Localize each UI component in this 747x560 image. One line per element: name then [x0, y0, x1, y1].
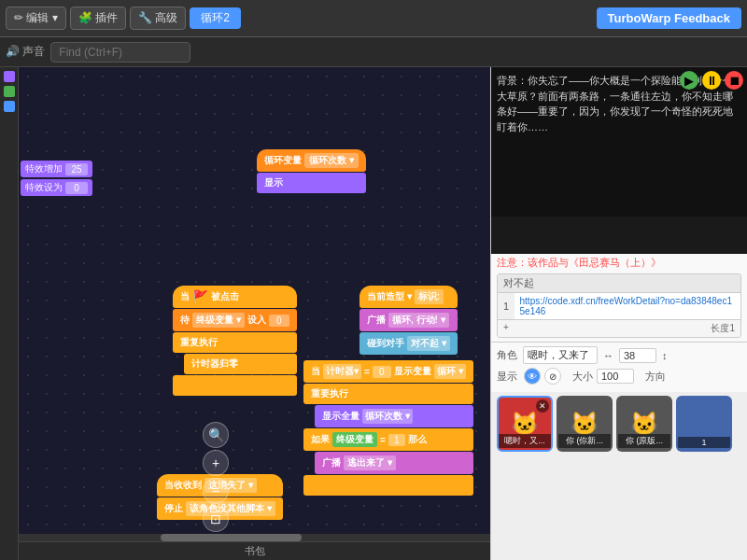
loop-tab[interactable]: 循环2 — [190, 7, 241, 29]
effect-add-input[interactable] — [65, 163, 88, 175]
sprite-toggles: 显示 👁 ⊘ 大小 100 方向 — [497, 368, 741, 385]
costume-event-block[interactable]: 当前造型 ▾ 标识: — [359, 286, 458, 308]
show-loops-block[interactable]: 显示全量 循环次数 ▾ — [315, 405, 473, 427]
sprite-thumb-2[interactable]: 🐱 你 (你新... — [557, 396, 613, 452]
sprite-label-2: 你 (你新... — [558, 434, 611, 448]
stage-area: 背景：你失忘了——你大概是一个探险能来到了一个大草原？前面有两条路，一条通往左边… — [491, 67, 747, 254]
effect-blocks: 特效增加 特效设为 — [21, 161, 92, 196]
sprite-name-label: 角色 — [497, 348, 517, 362]
broadcast-escape-block[interactable]: 广播 逃出来了 ▾ — [315, 452, 473, 474]
find-input[interactable] — [50, 42, 190, 63]
right-panel: 背景：你失忘了——你大概是一个探险能来到了一个大草原？前面有两条路，一条通往左边… — [490, 67, 747, 560]
horizontal-scrollbar[interactable] — [19, 534, 490, 541]
advanced-button[interactable]: 🔧 高级 — [130, 7, 186, 30]
repeat-block[interactable]: 重复执行 — [173, 332, 297, 353]
pause-ctrl[interactable]: ⏸ — [702, 71, 721, 90]
show-toggle-eye[interactable]: 👁 — [524, 368, 541, 385]
sidebar-dot-purple — [4, 71, 15, 82]
url-row-num: 1 — [498, 299, 514, 314]
set-var-input[interactable] — [269, 315, 289, 327]
sidebar-dot-green — [4, 86, 15, 97]
block-stack-1: 循环变量 循环次数 ▾ 显示 — [257, 149, 366, 193]
effect-set-input[interactable] — [65, 182, 88, 194]
y-label: ↕ — [662, 350, 668, 361]
zoom-fit-button[interactable]: ⊡ — [203, 506, 229, 532]
url-footer: + 长度1 — [498, 319, 740, 337]
turbowarp-feedback-button[interactable]: TurboWarp Feedback — [597, 7, 741, 29]
direction-label: 方向 — [645, 370, 666, 384]
zoom-magnify-button[interactable]: 🔍 — [203, 422, 229, 448]
show-label: 显示 — [497, 370, 517, 384]
sprite-thumb-4[interactable]: 1 — [676, 396, 732, 452]
url-content[interactable]: https://code.xdf.cn/freeWorkDetail?no=da… — [514, 293, 740, 319]
broadcast-action-block[interactable]: 广播 循环, 行动! ▾ — [359, 309, 458, 331]
sprite-thumbnails: ✕ 🐱 嗯时，又... 🐱 你 (你新... 🐱 你 (原版... 1 — [491, 392, 747, 560]
notice-text: 注意：该作品与《田忌赛马（上）》 — [491, 256, 747, 270]
left-sidebar — [0, 67, 19, 560]
end-repeat-block[interactable] — [173, 375, 297, 396]
plugin-button[interactable]: 🧩 插件 — [70, 7, 126, 30]
edit-label: ✏ 编辑 ▾ — [14, 10, 58, 26]
set-var-block[interactable]: 待 终级变量 ▾ 设入 — [173, 309, 297, 331]
show-block[interactable]: 显示 — [257, 173, 366, 193]
block-workspace[interactable]: 特效增加 特效设为 循环变量 循环次数 ▾ 显示 当 🚩 被点击 — [19, 67, 490, 560]
repeat-exec-block[interactable]: 重要执行 — [303, 384, 473, 404]
zoom-controls: 🔍 + − ⊡ — [203, 422, 229, 532]
sprite-row: 角色 嗯时，又来了 ↔ 38 ↕ — [497, 346, 741, 364]
stage-controls: ▶ ⏸ ⏹ — [680, 71, 743, 90]
sprite-delete-1[interactable]: ✕ — [536, 399, 549, 413]
plugin-label: 🧩 插件 — [78, 10, 118, 26]
toolbar2: 🔊 声音 — [0, 37, 747, 67]
sprite-label-4: 1 — [678, 437, 730, 448]
touching-block[interactable]: 碰到对手 对不起 ▾ — [359, 332, 458, 355]
advanced-label: 🔧 高级 — [138, 10, 177, 26]
show-toggle-crossed[interactable]: ⊘ — [544, 368, 561, 385]
effect-add-block[interactable]: 特效增加 — [21, 161, 92, 177]
loop-var-block[interactable]: 循环变量 循环次数 ▾ — [257, 149, 366, 172]
toolbar: ✏ 编辑 ▾ 🧩 插件 🔧 高级 循环2 TurboWarp Feedback — [0, 0, 747, 37]
bottom-label: 书包 — [245, 544, 265, 558]
x-value[interactable]: 38 — [619, 348, 656, 363]
green-flag-block[interactable]: 当 🚩 被点击 — [173, 286, 297, 308]
edit-button[interactable]: ✏ 编辑 ▾ — [6, 7, 66, 30]
if-val-input[interactable] — [388, 434, 405, 446]
sprite-thumb-3[interactable]: 🐱 你 (原版... — [616, 396, 672, 452]
main-area: 特效增加 特效设为 循环变量 循环次数 ▾ 显示 当 🚩 被点击 — [0, 67, 747, 560]
bottom-bar: 书包 — [19, 541, 490, 560]
block-stack-3: 当前造型 ▾ 标识: 广播 循环, 行动! ▾ 碰到对手 对不起 ▾ — [359, 286, 458, 355]
url-area: 对不起 1 https://code.xdf.cn/freeWorkDetail… — [497, 273, 741, 338]
sidebar-dot-blue — [4, 101, 15, 112]
sprite-name-value: 嗯时，又来了 — [523, 346, 598, 364]
x-label: ↔ — [603, 350, 613, 361]
stage-text: 背景：你失忘了——你大概是一个探险能来到了一个大草原？前面有两条路，一条通往左边… — [491, 67, 747, 217]
end-if-block[interactable] — [303, 475, 473, 496]
stop-ctrl[interactable]: ⏹ — [725, 71, 743, 90]
sprite-label-1: 嗯时，又... — [499, 434, 551, 448]
if-block[interactable]: 如果 终级变量 = 那么 — [303, 428, 473, 451]
scrollbar-thumb[interactable] — [161, 534, 303, 541]
effect-set-block[interactable]: 特效设为 — [21, 179, 92, 196]
timer-reset-block[interactable]: 计时器归零 — [184, 354, 297, 374]
sprite-thumb-1[interactable]: ✕ 🐱 嗯时，又... — [497, 396, 553, 452]
size-label: 大小 — [572, 370, 593, 384]
block-stack-2: 当 🚩 被点击 待 终级变量 ▾ 设入 重复执行 计时器归零 — [173, 286, 297, 396]
size-value[interactable]: 100 — [597, 369, 634, 384]
zoom-in-button[interactable]: + — [203, 450, 229, 476]
url-header: 对不起 — [498, 274, 740, 293]
sprite-info: 角色 嗯时，又来了 ↔ 38 ↕ 显示 👁 ⊘ 大小 100 方向 — [491, 342, 747, 392]
when-timer-block[interactable]: 当 计时器▾ = 显示变量 循环 ▾ — [303, 360, 473, 383]
sound-button[interactable]: 🔊 声音 — [6, 44, 45, 60]
timer-val-input[interactable] — [373, 366, 391, 378]
block-stack-4: 当 计时器▾ = 显示变量 循环 ▾ 重要执行 显示全量 循环次数 ▾ 如果 终… — [303, 360, 473, 496]
green-flag-ctrl[interactable]: ▶ — [680, 71, 698, 90]
zoom-out-button[interactable]: − — [203, 478, 229, 504]
sprite-label-3: 你 (原版... — [618, 434, 670, 448]
